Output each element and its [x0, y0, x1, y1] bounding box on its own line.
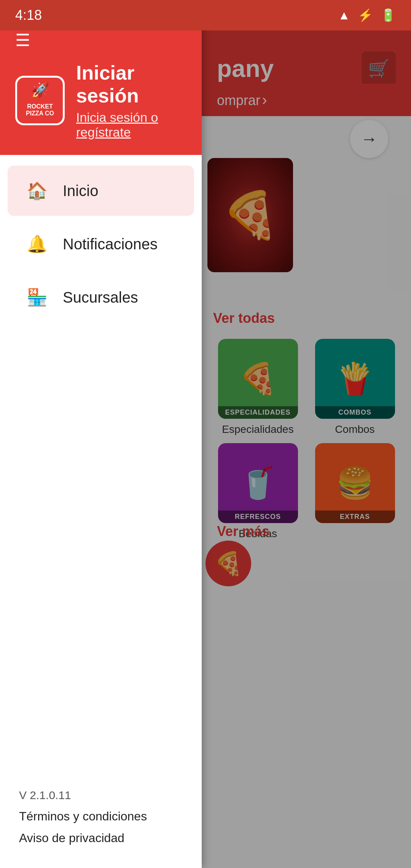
- logo-text: ROCKETPIZZA CO: [26, 103, 54, 117]
- dim-overlay[interactable]: [202, 0, 411, 868]
- status-icons: ▲ ⚡ 🔋: [338, 8, 396, 22]
- home-icon: 🏠: [27, 181, 48, 201]
- status-bar: 4:18 ▲ ⚡ 🔋: [0, 0, 411, 30]
- hamburger-menu-icon[interactable]: ☰: [15, 30, 30, 50]
- drawer-subtitle-link[interactable]: Inicia sesión o regístrate: [76, 110, 186, 140]
- nav-notificaciones-label: Notificaciones: [63, 236, 158, 253]
- signal-icon: ▲: [338, 8, 350, 22]
- nav-item-inicio[interactable]: 🏠 Inicio: [8, 166, 194, 216]
- status-time: 4:18: [15, 7, 42, 23]
- app-version: V 2.1.0.11: [19, 789, 183, 802]
- nav-item-sucursales[interactable]: 🏪 Sucursales: [8, 272, 194, 322]
- drawer-nav: 🏠 Inicio 🔔 Notificaciones 🏪 Sucursales: [0, 155, 202, 777]
- drawer-logo-row: 🚀 ROCKETPIZZA CO Iniciar sesión Inicia s…: [15, 61, 186, 140]
- terminos-link[interactable]: Términos y condiciones: [19, 809, 183, 823]
- drawer-title: Iniciar sesión: [76, 61, 186, 107]
- nav-inicio-label: Inicio: [63, 182, 98, 199]
- aviso-link[interactable]: Aviso de privacidad: [19, 831, 183, 845]
- drawer-footer: V 2.1.0.11 Términos y condiciones Aviso …: [0, 777, 202, 868]
- nav-sucursales-label: Sucursales: [63, 289, 138, 306]
- bell-icon: 🔔: [27, 234, 48, 254]
- navigation-drawer: ☰ 🚀 ROCKETPIZZA CO Iniciar sesión Inicia…: [0, 0, 202, 868]
- app-logo: 🚀 ROCKETPIZZA CO: [15, 76, 65, 125]
- nav-item-notificaciones[interactable]: 🔔 Notificaciones: [8, 219, 194, 269]
- battery-icon: 🔋: [381, 8, 396, 22]
- rocket-icon: 🚀: [31, 81, 49, 98]
- store-icon: 🏪: [27, 287, 48, 307]
- wifi-icon: ⚡: [358, 8, 373, 22]
